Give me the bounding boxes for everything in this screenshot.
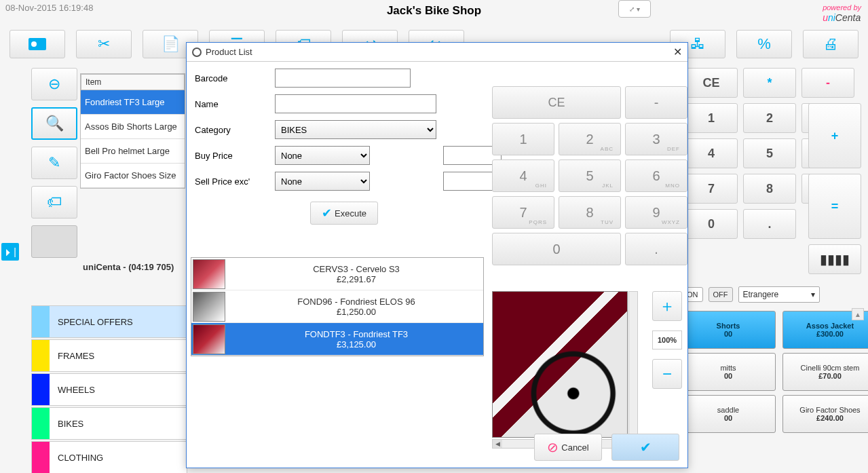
svg-rect-0	[29, 38, 46, 50]
minus-key[interactable]: -	[801, 68, 854, 98]
name-input[interactable]	[275, 94, 436, 113]
mdot-key[interactable]: .	[625, 233, 687, 265]
zoom-in-button[interactable]: ＋	[652, 291, 682, 321]
onoff-row: ON OFF Etrangere▾	[682, 286, 820, 303]
num1-key[interactable]: 1	[685, 103, 738, 133]
remove-button[interactable]: ⊖	[31, 68, 77, 100]
customer-button[interactable]	[10, 30, 65, 58]
ticket-row[interactable]: Giro Factor Shoes Size	[81, 164, 185, 188]
product-preview	[492, 291, 628, 438]
brand-logo: powered by uniCenta	[823, 1, 861, 23]
results-list[interactable]: CERVS3 - Cervelo S3£2,291.67FOND96 - Fon…	[191, 257, 484, 356]
mminus-key[interactable]: -	[625, 86, 687, 119]
category-select[interactable]: BIKES	[275, 120, 436, 139]
svg-point-1	[31, 41, 37, 47]
scroll-up[interactable]: ▲	[852, 308, 864, 320]
itemlist-header: Item	[81, 74, 185, 90]
category-row[interactable]: CLOTHING	[31, 441, 187, 473]
product-list-dialog: Product List ✕ Barcode Name Category BIK…	[186, 42, 688, 468]
ticket-row[interactable]: Bell Pro helmet Large	[81, 139, 185, 164]
num0-key[interactable]: 0	[685, 209, 738, 239]
m9-key[interactable]: 9WXYZ	[625, 196, 687, 229]
zoom-percent: 100%	[652, 330, 682, 349]
num5-key[interactable]: 5	[743, 138, 796, 168]
m8-key[interactable]: 8TUV	[559, 196, 621, 229]
close-icon[interactable]: ✕	[673, 45, 682, 58]
plus-key[interactable]: +	[808, 103, 861, 168]
barcode-input[interactable]	[275, 69, 411, 88]
right-pane: CE * - 1 2 3 4 5 6 7 8 9 0 . + = ▮▮▮▮ ON…	[685, 68, 861, 472]
mce-key[interactable]: CE	[492, 86, 621, 119]
sellprice-select[interactable]: None	[275, 172, 370, 191]
ce-key[interactable]: CE	[685, 68, 738, 98]
tag2-button[interactable]: 🏷	[31, 186, 77, 219]
m7-key[interactable]: 7PQRS	[492, 196, 554, 229]
num8-key[interactable]: 8	[743, 174, 796, 204]
m0-key[interactable]: 0	[492, 233, 621, 265]
zoom-out-button[interactable]: −	[652, 359, 682, 389]
product-tile[interactable]: Giro Factor Shoes£240.00	[782, 395, 868, 433]
category-row[interactable]: WHEELS	[31, 373, 187, 406]
empty-button[interactable]	[31, 225, 77, 258]
m1-key[interactable]: 1	[492, 123, 554, 155]
ok-button[interactable]: ✔	[611, 434, 679, 461]
num7-key[interactable]: 7	[685, 174, 738, 204]
category-label: Category	[195, 125, 269, 135]
product-tile[interactable]: Shorts00	[681, 311, 776, 349]
num4-key[interactable]: 4	[685, 138, 738, 168]
preview-scroll-v[interactable]	[628, 291, 638, 438]
ticket-row[interactable]: Fondriest TF3 Large	[81, 90, 185, 115]
m4-key[interactable]: 4GHI	[492, 159, 554, 192]
cut-button[interactable]: ✂	[76, 30, 132, 58]
terminal-label: uniCenta - (04:19 705)	[83, 262, 174, 272]
dot-key[interactable]: .	[743, 209, 796, 239]
dialog-icon	[192, 48, 202, 57]
dialog-keypad: CE - 1 2ABC 3DEF 4GHI 5JKL 6MNO 7PQRS 8T…	[492, 86, 687, 265]
product-tile[interactable]: Cinelli 90cm stem£70.00	[782, 353, 868, 391]
result-row[interactable]: FOND96 - Fondriest ELOS 96£1,250.00	[191, 290, 483, 323]
expand-button[interactable]: ⤢ ▾	[618, 0, 651, 18]
mult-key[interactable]: *	[743, 68, 796, 98]
percent-button[interactable]: %	[736, 30, 792, 58]
page-title: Jack's Bike Shop	[387, 4, 481, 18]
sidebar-expand[interactable]: ⏵|	[1, 243, 19, 261]
location-select[interactable]: Etrangere▾	[738, 286, 820, 303]
ticket-item-list[interactable]: Item Fondriest TF3 Large Assos Bib Short…	[80, 73, 185, 189]
category-row[interactable]: FRAMES	[31, 339, 187, 372]
m6-key[interactable]: 6MNO	[625, 159, 687, 192]
edit-button[interactable]: ✎	[31, 147, 77, 179]
sellprice-label: Sell Price exc'	[195, 176, 269, 187]
m5-key[interactable]: 5JKL	[559, 159, 621, 192]
m2-key[interactable]: 2ABC	[559, 123, 621, 155]
m3-key[interactable]: 3DEF	[625, 123, 687, 155]
buyprice-select[interactable]: None	[275, 146, 370, 165]
barcode-label: Barcode	[195, 73, 269, 83]
product-tile[interactable]: saddle00	[681, 395, 776, 433]
ticket-row[interactable]: Assos Bib Shorts Large	[81, 115, 185, 139]
calc-keypad: CE * - 1 2 3 4 5 6 7 8 9 0 . + =	[685, 68, 861, 239]
buyprice-label: Buy Price	[195, 151, 269, 161]
timestamp: 08-Nov-2015 16:19:48	[5, 3, 93, 13]
category-row[interactable]: BIKES	[31, 407, 187, 440]
name-label: Name	[195, 99, 269, 109]
category-row[interactable]: SPECIAL OFFERS	[31, 305, 187, 338]
num2-key[interactable]: 2	[743, 103, 796, 133]
cancel-button[interactable]: ⊘Cancel	[534, 434, 602, 461]
product-grid: ▲ Shorts00Assos Jacket£300.00mitts00Cine…	[681, 311, 861, 433]
barcode-button[interactable]: ▮▮▮▮	[808, 244, 861, 274]
result-row[interactable]: CERVS3 - Cervelo S3£2,291.67	[191, 258, 483, 290]
dialog-title: Product List	[206, 47, 252, 57]
category-list: SPECIAL OFFERSFRAMESWHEELSBIKESCLOTHING	[31, 305, 187, 473]
execute-button[interactable]: ✔Execute	[310, 202, 378, 225]
eq-key[interactable]: =	[808, 174, 861, 239]
search-button[interactable]: 🔍	[31, 107, 77, 140]
result-row[interactable]: FONDTF3 - Fondriest TF3£3,125.00	[191, 323, 483, 356]
off-pill[interactable]: OFF	[709, 287, 733, 302]
product-tile[interactable]: mitts00	[681, 353, 776, 391]
print-button[interactable]: 🖨	[803, 30, 858, 58]
